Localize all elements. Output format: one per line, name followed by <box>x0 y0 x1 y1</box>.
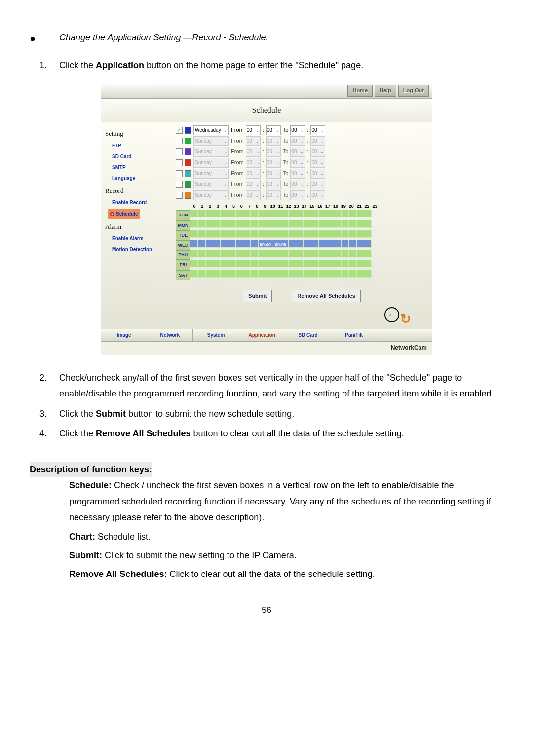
grid-cell[interactable] <box>281 230 289 238</box>
from-hour[interactable]: 00⌄ <box>246 147 261 157</box>
grid-cell[interactable] <box>266 270 273 278</box>
grid-cell[interactable] <box>266 220 273 228</box>
grid-cell[interactable] <box>251 210 258 217</box>
grid-cell[interactable] <box>198 270 205 278</box>
from-min[interactable]: 00⌄ <box>266 136 281 146</box>
refresh-icon[interactable]: ↻ <box>400 307 413 320</box>
logout-button[interactable]: Log Out <box>398 85 429 97</box>
sidebar-smtp[interactable]: SMTP <box>112 163 172 172</box>
grid-cell[interactable] <box>364 240 372 248</box>
grid-cell[interactable] <box>289 260 296 267</box>
grid-cell[interactable] <box>311 210 319 217</box>
grid-cell[interactable] <box>251 230 258 238</box>
to-min[interactable]: 00⌄ <box>310 147 325 157</box>
grid-cell[interactable] <box>198 210 205 217</box>
day-select[interactable]: Sunday⌄ <box>193 147 229 157</box>
grid-cell[interactable] <box>311 220 319 228</box>
grid-cell[interactable] <box>349 220 356 228</box>
grid-cell[interactable] <box>190 220 198 228</box>
grid-cell[interactable] <box>334 240 342 248</box>
grid-cell[interactable] <box>213 210 221 217</box>
sidebar-enable-alarm[interactable]: Enable Alarm <box>112 234 172 243</box>
grid-cell[interactable] <box>273 230 281 238</box>
grid-cell[interactable] <box>228 240 235 248</box>
grid-cell[interactable] <box>349 260 356 267</box>
grid-cell[interactable] <box>266 230 273 238</box>
tab-system[interactable]: System <box>193 329 239 341</box>
grid-cell[interactable] <box>228 210 235 217</box>
grid-cell[interactable] <box>243 270 251 278</box>
grid-cell[interactable] <box>349 240 356 248</box>
grid-cell[interactable] <box>349 210 356 217</box>
grid-cell[interactable] <box>273 210 281 217</box>
row-checkbox[interactable] <box>176 159 183 166</box>
row-checkbox[interactable] <box>176 170 183 177</box>
grid-cell[interactable] <box>349 250 356 257</box>
grid-cell[interactable] <box>266 210 273 217</box>
from-hour[interactable]: 00⌄ <box>246 180 261 189</box>
to-min[interactable]: 00⌄ <box>310 136 325 146</box>
grid-cell[interactable] <box>259 230 266 238</box>
grid-cell[interactable] <box>228 260 235 267</box>
grid-cell[interactable] <box>259 270 266 278</box>
from-min[interactable]: 00⌄ <box>266 147 281 157</box>
grid-cell[interactable] <box>228 270 235 278</box>
grid-cell[interactable] <box>281 270 289 278</box>
sidebar-ftp[interactable]: FTP <box>112 142 172 150</box>
tab-network[interactable]: Network <box>147 329 193 341</box>
grid-cell[interactable] <box>357 250 364 257</box>
grid-cell[interactable] <box>326 220 334 228</box>
grid-cell[interactable] <box>319 240 326 248</box>
grid-cell[interactable] <box>243 240 251 248</box>
day-select[interactable]: Sunday⌄ <box>193 180 229 189</box>
day-select[interactable]: Sunday⌄ <box>193 190 229 200</box>
day-select[interactable]: Sunday⌄ <box>193 158 229 168</box>
from-hour[interactable]: 00⌄ <box>246 169 261 179</box>
back-icon[interactable]: ← <box>384 307 399 322</box>
sidebar-schedule-selected[interactable]: Schedule <box>108 209 140 219</box>
grid-cell[interactable] <box>243 250 251 257</box>
grid-cell[interactable] <box>342 260 349 267</box>
grid-cell[interactable] <box>364 260 372 267</box>
grid-cell[interactable] <box>326 250 334 257</box>
sidebar-enable-record[interactable]: Enable Record <box>112 198 172 207</box>
grid-cell[interactable] <box>364 250 372 257</box>
grid-cell[interactable] <box>319 210 326 217</box>
grid-cell[interactable] <box>198 230 205 238</box>
grid-cell[interactable] <box>342 220 349 228</box>
grid-cell[interactable] <box>221 230 228 238</box>
grid-cell[interactable] <box>213 240 221 248</box>
grid-cell[interactable] <box>213 230 221 238</box>
grid-cell[interactable] <box>236 240 243 248</box>
grid-cell[interactable] <box>221 250 228 257</box>
grid-cell[interactable] <box>251 270 258 278</box>
grid-cell[interactable] <box>326 230 334 238</box>
grid-cell[interactable] <box>349 230 356 238</box>
grid-cell[interactable] <box>206 250 213 257</box>
sidebar-language[interactable]: Language <box>112 174 172 183</box>
from-min[interactable]: 00⌄ <box>266 158 281 168</box>
grid-cell[interactable] <box>190 250 198 257</box>
to-hour[interactable]: 00⌄ <box>290 158 305 168</box>
to-min[interactable]: 00⌄ <box>310 125 325 135</box>
row-checkbox[interactable] <box>176 138 183 144</box>
grid-cell[interactable] <box>334 260 342 267</box>
grid-cell[interactable] <box>342 210 349 217</box>
grid-cell[interactable] <box>259 250 266 257</box>
grid-cell[interactable] <box>289 270 296 278</box>
grid-cell[interactable] <box>357 230 364 238</box>
grid-cell[interactable] <box>190 210 198 217</box>
day-select[interactable]: Sunday⌄ <box>193 136 229 146</box>
grid-cell[interactable] <box>259 210 266 217</box>
grid-cell[interactable] <box>349 270 356 278</box>
to-min[interactable]: 00⌄ <box>310 169 325 179</box>
grid-cell[interactable] <box>364 210 372 217</box>
grid-cell[interactable] <box>289 240 296 248</box>
help-button[interactable]: Help <box>375 85 396 97</box>
grid-cell[interactable] <box>236 260 243 267</box>
grid-cell[interactable] <box>311 270 319 278</box>
grid-cell[interactable] <box>266 260 273 267</box>
grid-cell[interactable] <box>221 220 228 228</box>
grid-cell[interactable] <box>228 230 235 238</box>
grid-cell[interactable] <box>296 260 304 267</box>
